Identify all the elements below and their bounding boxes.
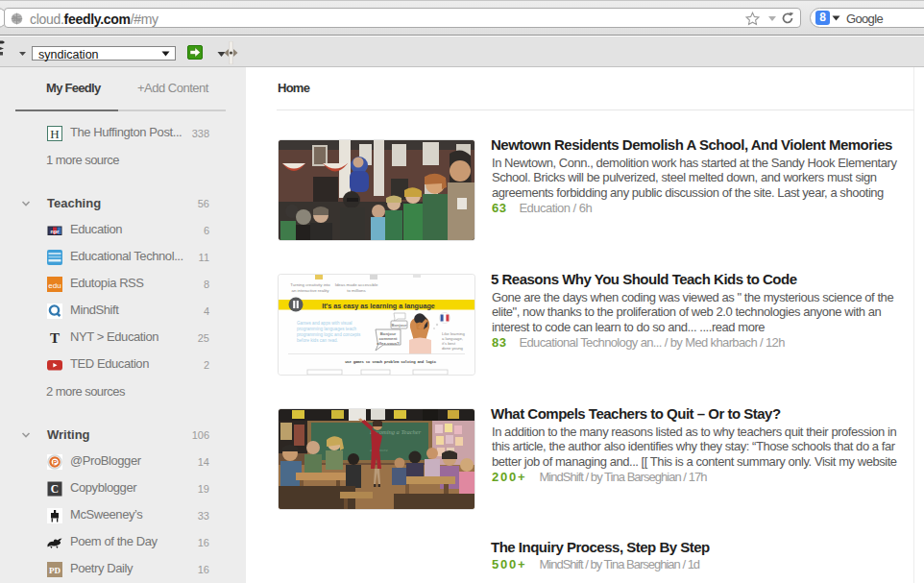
svg-text:P: P: [53, 459, 58, 466]
svg-text:Games and apps with visual: Games and apps with visual: [297, 321, 352, 326]
svg-text:allez-vous?: allez-vous?: [377, 341, 400, 346]
svg-text:before kids can read.: before kids can read.: [297, 338, 338, 343]
svg-text:PD: PD: [49, 566, 61, 575]
svg-text:C: C: [51, 483, 59, 495]
svg-text:Turning creativity into: Turning creativity into: [290, 282, 330, 287]
svg-text:Bonjour: Bonjour: [391, 323, 406, 328]
svg-text:edu: edu: [48, 281, 61, 290]
svg-text:It's as easy as learning a lan: It's as easy as learning a language: [322, 302, 435, 310]
svg-text:an interactive reality: an interactive reality: [291, 288, 329, 293]
svg-text:done young: done young: [442, 346, 464, 351]
svg-text:programming logic and concepts: programming logic and concepts: [297, 332, 361, 337]
svg-text:npr: npr: [51, 229, 61, 234]
svg-text:H: H: [50, 127, 59, 141]
svg-text:Ideas made accessible: Ideas made accessible: [335, 282, 378, 287]
svg-text:programming languages teach: programming languages teach: [297, 327, 356, 331]
svg-text:Use games to teach problem sol: Use games to teach problem solving and l…: [345, 360, 436, 364]
svg-text:T: T: [50, 330, 60, 346]
svg-text:to millions: to millions: [347, 288, 366, 293]
